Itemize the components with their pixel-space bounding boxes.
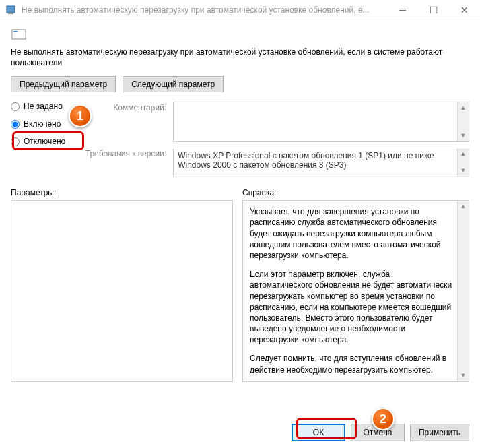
- next-setting-button[interactable]: Следующий параметр: [123, 76, 224, 92]
- radio-not-configured[interactable]: Не задано: [11, 102, 65, 111]
- svg-rect-1: [8, 13, 13, 14]
- radio-disabled-label: Отключено: [24, 137, 65, 146]
- scrollbar[interactable]: ▲▼: [457, 201, 469, 381]
- policy-object-icon: [11, 27, 27, 43]
- svg-rect-5: [13, 36, 24, 36]
- radio-disabled-input[interactable]: [11, 137, 20, 146]
- supported-label: Требования к версии:: [79, 148, 166, 158]
- options-label: Параметры:: [11, 188, 233, 197]
- state-radio-group: Не задано Включено Отключено: [11, 102, 65, 146]
- help-panel: Указывает, что для завершения установки …: [242, 200, 469, 382]
- window-title: Не выполнять автоматическую перезагрузку…: [22, 5, 387, 15]
- supported-text: Windows XP Professional с пакетом обновл…: [178, 151, 434, 170]
- ok-button[interactable]: ОК: [292, 424, 345, 441]
- comment-label: Комментарий:: [79, 102, 166, 113]
- radio-not-configured-input[interactable]: [11, 102, 20, 111]
- radio-enabled-label: Включено: [24, 119, 61, 129]
- supported-textbox: Windows XP Professional с пакетом обновл…: [173, 148, 469, 177]
- scrollbar[interactable]: ▲▼: [457, 148, 469, 177]
- apply-button[interactable]: Применить: [410, 424, 469, 441]
- svg-rect-4: [13, 34, 24, 34]
- help-label: Справка:: [242, 188, 469, 197]
- cancel-button[interactable]: Отмена: [351, 424, 405, 441]
- help-p2: Если этот параметр включен, служба автом…: [250, 269, 454, 345]
- help-p3: Следует помнить, что для вступления обно…: [250, 353, 454, 375]
- options-panel: [11, 200, 233, 382]
- previous-setting-button[interactable]: Предыдущий параметр: [11, 76, 116, 92]
- help-p1: Указывает, что для завершения установки …: [250, 206, 454, 261]
- svg-rect-0: [7, 6, 15, 13]
- scrollbar[interactable]: ▲▼: [457, 102, 469, 141]
- close-button[interactable]: ✕: [449, 0, 480, 20]
- dialog-footer: ОК Отмена Применить: [292, 424, 469, 441]
- comment-textbox[interactable]: ▲▼: [173, 102, 469, 142]
- policy-app-icon: [5, 5, 16, 15]
- radio-disabled[interactable]: Отключено: [11, 137, 65, 146]
- svg-rect-3: [13, 31, 18, 32]
- maximize-button[interactable]: ☐: [418, 0, 449, 20]
- policy-title: Не выполнять автоматическую перезагрузку…: [11, 47, 469, 68]
- radio-enabled[interactable]: Включено: [11, 119, 65, 129]
- titlebar: Не выполнять автоматическую перезагрузку…: [0, 0, 480, 20]
- radio-enabled-input[interactable]: [11, 120, 20, 129]
- minimize-button[interactable]: ─: [387, 0, 418, 20]
- radio-not-configured-label: Не задано: [24, 102, 63, 111]
